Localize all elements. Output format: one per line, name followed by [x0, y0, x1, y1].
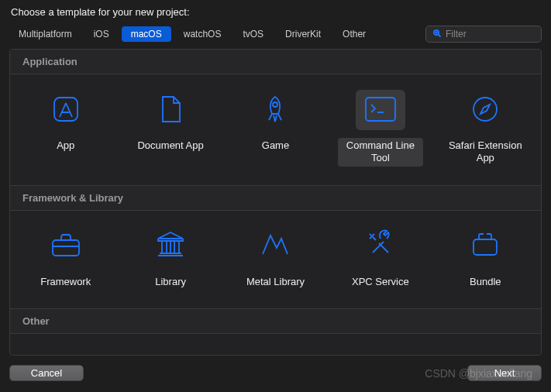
template-other-4[interactable]: [331, 346, 429, 356]
svg-rect-8: [53, 240, 79, 256]
package-icon: [470, 232, 501, 260]
section-grid-other: [10, 334, 541, 356]
chip-icon: [365, 352, 396, 356]
section-grid-application: App Document App Game Command Line Tool …: [10, 74, 541, 185]
template-label: App: [52, 138, 79, 153]
cancel-button[interactable]: Cancel: [9, 365, 84, 381]
section-header-framework: Framework & Library: [10, 185, 541, 211]
rocket-icon: [260, 94, 291, 127]
template-library[interactable]: Library: [121, 223, 219, 293]
template-label: Library: [150, 274, 191, 290]
tab-other[interactable]: Other: [333, 26, 375, 42]
svg-point-5: [273, 102, 277, 107]
template-other-3[interactable]: [226, 346, 325, 356]
toolbox-icon: [50, 231, 82, 261]
template-list[interactable]: Application App Document App Game Comman…: [9, 49, 542, 356]
metal-icon: [260, 231, 291, 261]
template-command-line-tool[interactable]: Command Line Tool: [331, 87, 429, 170]
tab-driverkit[interactable]: DriverKit: [276, 26, 330, 42]
template-safari-extension[interactable]: Safari Extension App: [436, 87, 535, 170]
terminal-icon: [363, 95, 398, 126]
tab-tvos[interactable]: tvOS: [233, 26, 273, 42]
tab-multiplatform[interactable]: Multiplatform: [9, 26, 81, 42]
filter-icon: [432, 29, 442, 40]
template-label: Metal Library: [242, 274, 309, 290]
template-label: Safari Extension App: [443, 138, 528, 167]
section-header-other: Other: [10, 308, 541, 334]
download-icon: [470, 353, 500, 356]
document-icon: [157, 94, 184, 127]
template-other-1[interactable]: [16, 346, 115, 356]
section-header-application: Application: [10, 50, 541, 74]
contact-icon: [259, 355, 291, 356]
ticket-icon: [51, 353, 81, 356]
template-label: Framework: [36, 274, 95, 290]
gear-icon: [155, 352, 186, 356]
svg-rect-9: [474, 239, 497, 255]
template-metal-library[interactable]: Metal Library: [226, 223, 325, 293]
template-other-2[interactable]: [121, 346, 219, 356]
template-framework[interactable]: Framework: [16, 223, 115, 293]
filter-input[interactable]: [446, 29, 535, 40]
platform-tabs: Multiplatform iOS macOS watchOS tvOS Dri…: [0, 26, 551, 49]
template-document-app[interactable]: Document App: [121, 87, 219, 170]
compass-icon: [470, 94, 501, 127]
tools-icon: [365, 229, 396, 263]
template-app[interactable]: App: [16, 87, 115, 170]
tab-watchos[interactable]: watchOS: [174, 26, 231, 42]
footer: Cancel Next: [9, 365, 542, 381]
template-other-5[interactable]: [436, 346, 535, 356]
section-grid-framework: Framework Library Metal Library XPC Serv…: [10, 211, 541, 308]
template-xpc-service[interactable]: XPC Service: [331, 223, 429, 293]
template-bundle[interactable]: Bundle: [436, 223, 535, 293]
template-label: Document App: [133, 138, 208, 153]
template-label: Command Line Tool: [338, 138, 423, 167]
svg-line-1: [439, 35, 441, 37]
next-button[interactable]: Next: [467, 365, 542, 381]
app-icon: [50, 94, 81, 127]
svg-rect-4: [54, 98, 77, 121]
svg-rect-6: [366, 98, 395, 121]
filter-field[interactable]: [425, 26, 542, 43]
template-label: Game: [257, 138, 294, 153]
template-label: Bundle: [465, 274, 505, 290]
tab-macos[interactable]: macOS: [122, 26, 171, 42]
template-game[interactable]: Game: [226, 87, 325, 170]
tab-ios[interactable]: iOS: [84, 26, 119, 42]
library-icon: [154, 230, 187, 262]
svg-point-7: [474, 98, 497, 121]
template-label: XPC Service: [347, 274, 414, 290]
page-title: Choose a template for your new project:: [0, 0, 551, 26]
